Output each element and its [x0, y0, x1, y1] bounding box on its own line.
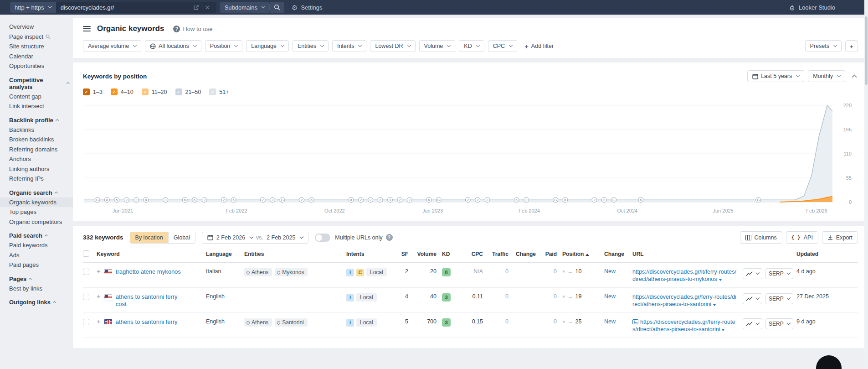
external-link-icon[interactable]: [190, 5, 202, 10]
position-range-51[interactable]: ✓51+: [209, 88, 229, 95]
column-header-kd[interactable]: KD: [442, 251, 463, 257]
sidebar-item-backlinks[interactable]: Backlinks: [0, 125, 73, 135]
sidebar-item-organic-keywords[interactable]: Organic keywords: [0, 197, 73, 208]
column-header-intents[interactable]: Intents: [346, 251, 397, 257]
select-all-checkbox[interactable]: [83, 250, 89, 257]
position-range-4-10[interactable]: ✓4–10: [111, 88, 134, 95]
column-header-position[interactable]: Position: [562, 251, 604, 257]
chart-event-marker[interactable]: 5: [114, 197, 119, 203]
column-header-volume[interactable]: Volume: [414, 251, 442, 257]
filter-button-intents[interactable]: Intents: [332, 40, 367, 52]
chart-event-marker[interactable]: a: [144, 197, 149, 203]
sidebar-item-referring-domains[interactable]: Referring domains: [0, 145, 73, 155]
url-link[interactable]: https://discovercyclades.gr/ferry-routes…: [632, 294, 736, 307]
sidebar-section-backlink-profile[interactable]: Backlink profile: [0, 111, 73, 125]
position-range-1-3[interactable]: ✓1–3: [83, 88, 103, 95]
chart-event-marker[interactable]: 2: [601, 197, 606, 203]
clear-input-icon[interactable]: ✕: [202, 4, 213, 11]
sidebar-item-referring-ips[interactable]: Referring IPs: [0, 174, 73, 184]
column-header-change-9[interactable]: Change: [514, 251, 541, 257]
position-range-21-50[interactable]: ✓21–50: [175, 88, 201, 95]
add-to-list-button[interactable]: +: [97, 268, 101, 275]
menu-icon[interactable]: [83, 25, 91, 32]
position-history-button[interactable]: [743, 268, 762, 279]
entity-badge-mykonos[interactable]: Mykonos: [275, 268, 308, 276]
sidebar-item-paid-keywords[interactable]: Paid keywords: [0, 240, 73, 250]
chart-event-marker[interactable]: a: [192, 197, 197, 203]
sidebar-item-best-by-links[interactable]: Best by links: [0, 284, 73, 294]
chart-event-marker[interactable]: 3: [163, 197, 168, 203]
chart-event-marker[interactable]: 2: [465, 197, 470, 203]
sidebar-item-ads[interactable]: Ads: [0, 250, 73, 260]
column-header-cpc[interactable]: CPC: [463, 251, 488, 257]
by-location-tab[interactable]: By location: [130, 232, 168, 243]
granularity-select[interactable]: Monthly: [808, 70, 845, 82]
add-preset-button[interactable]: +: [845, 40, 858, 52]
keyword-link[interactable]: traghetto atene mykonos: [116, 268, 181, 275]
chart-event-marker[interactable]: G: [553, 197, 558, 203]
chart-event-marker[interactable]: 2: [221, 197, 226, 203]
how-to-use-link[interactable]: ? How to use: [173, 26, 212, 32]
column-header-updated[interactable]: Updated: [796, 251, 858, 257]
entity-badge-santorini[interactable]: Santorini: [275, 318, 307, 327]
chart-event-marker[interactable]: a: [309, 197, 314, 203]
date-range-select[interactable]: Last 5 years: [747, 70, 804, 82]
chart-event-marker[interactable]: 2: [407, 197, 412, 203]
chart-event-marker[interactable]: 6: [514, 197, 519, 203]
sidebar-item-site-structure[interactable]: Site structure: [0, 42, 73, 52]
column-header-sf[interactable]: SF: [397, 251, 414, 257]
global-tab[interactable]: Global: [168, 232, 195, 243]
column-header-traffic[interactable]: Traffic: [488, 251, 514, 257]
sidebar-item-organic-competitors[interactable]: Organic competitors: [0, 217, 73, 227]
chart-event-marker[interactable]: 2: [368, 197, 373, 203]
filter-button-average-volume[interactable]: Average volume: [83, 40, 141, 52]
chart-event-marker[interactable]: G: [611, 197, 616, 203]
chart-event-marker[interactable]: 6: [231, 197, 236, 203]
search-button[interactable]: [270, 2, 284, 13]
sidebar-section-organic-search[interactable]: Organic search: [0, 184, 73, 197]
add-filter-button[interactable]: + Add filter: [524, 43, 554, 50]
collapse-chart-button[interactable]: [849, 70, 858, 82]
chart-event-marker[interactable]: 2: [134, 197, 139, 203]
domain-input[interactable]: discovercyclades.gr/ ✕: [56, 2, 216, 13]
chart-event-marker[interactable]: G: [95, 197, 100, 203]
chart-event-marker[interactable]: 6: [563, 197, 568, 203]
url-link[interactable]: https://discovercyclades.gr/ferry-routes…: [632, 319, 735, 333]
filter-button-language[interactable]: Language: [246, 40, 289, 52]
url-link[interactable]: https://discovercyclades.gr/it/ferry-rou…: [632, 269, 736, 282]
column-header-url[interactable]: URL: [632, 251, 743, 257]
filter-button-all-locations[interactable]: All locations: [145, 40, 201, 52]
entity-badge-athens[interactable]: Athens: [244, 318, 272, 327]
sidebar-section-paid-search[interactable]: Paid search: [0, 227, 73, 240]
position-history-button[interactable]: [743, 318, 762, 329]
row-checkbox[interactable]: [83, 294, 89, 300]
export-button[interactable]: Export: [822, 231, 858, 244]
chart-event-marker[interactable]: G: [756, 197, 761, 203]
chart-event-marker[interactable]: 2: [485, 197, 490, 203]
chart-event-marker[interactable]: a: [104, 197, 109, 203]
chart-event-marker[interactable]: 6: [638, 197, 643, 203]
filter-button-position[interactable]: Position: [205, 40, 242, 52]
multiple-urls-toggle[interactable]: [315, 234, 330, 242]
columns-button[interactable]: Columns: [740, 231, 782, 244]
position-range-11-20[interactable]: ✓11–20: [142, 88, 167, 95]
chart-event-marker[interactable]: 2: [524, 197, 529, 203]
scrollbar-thumb[interactable]: [865, 16, 868, 85]
sidebar-section-outgoing-links[interactable]: Outgoing links: [0, 293, 73, 307]
serp-button[interactable]: SERP: [765, 318, 793, 329]
filter-button-entities[interactable]: Entities: [293, 40, 329, 52]
chart-event-marker[interactable]: a: [349, 197, 354, 203]
sidebar-item-paid-pages[interactable]: Paid pages: [0, 260, 73, 270]
protocol-select[interactable]: http + https: [10, 2, 56, 13]
sidebar-item-link-intersect[interactable]: Link intersect: [0, 101, 73, 111]
filter-button-kd[interactable]: KD: [459, 40, 484, 52]
position-history-button[interactable]: [743, 293, 762, 304]
column-header-entities[interactable]: Entities: [244, 251, 346, 257]
sidebar-section-competitive-analysis[interactable]: Competitive analysis: [0, 71, 73, 92]
filter-button-lowest-dr[interactable]: Lowest DR: [370, 40, 415, 52]
sidebar-item-broken-backlinks[interactable]: Broken backlinks: [0, 135, 73, 145]
add-to-list-button[interactable]: +: [97, 293, 101, 300]
row-checkbox[interactable]: [83, 269, 89, 275]
keyword-link[interactable]: athens to santorini ferry cost: [116, 293, 185, 308]
serp-button[interactable]: SERP: [765, 293, 793, 304]
